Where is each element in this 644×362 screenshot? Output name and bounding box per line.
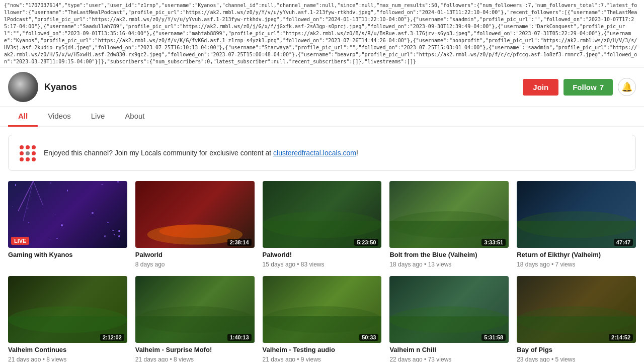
duration-badge-8: 50:33 bbox=[359, 334, 378, 341]
video-meta-4: 18 days ago • 13 views bbox=[389, 261, 509, 268]
tab-about[interactable]: About bbox=[115, 107, 154, 127]
video-title-10: Bay of Pigs bbox=[517, 346, 636, 354]
duration-badge-3: 5:23:50 bbox=[354, 239, 378, 246]
data-bar: {"now":"1707037614","type":"user","user_… bbox=[0, 0, 644, 68]
channel-name: Kyanos bbox=[44, 82, 523, 93]
thumb-overlay-1 bbox=[8, 181, 127, 248]
locals-link[interactable]: clusteredfractal.locals.com bbox=[273, 149, 356, 157]
video-title-5: Return of Eikthyr (Valheim) bbox=[517, 251, 636, 259]
follow-button[interactable]: Follow 7 bbox=[564, 79, 613, 96]
thumb-overlay-5: 47:47 bbox=[517, 181, 636, 248]
video-title-9: Valheim n Chill bbox=[389, 346, 509, 354]
thumb-overlay-10: 2:14:52 bbox=[517, 276, 636, 343]
video-card-2[interactable]: 2:38:14Palworld8 days ago bbox=[135, 181, 255, 268]
duration-badge-6: 2:12:02 bbox=[100, 334, 124, 341]
video-thumbnail-9: 5:31:58 bbox=[389, 276, 509, 343]
duration-badge-10: 2:14:52 bbox=[609, 334, 633, 341]
video-title-8: Valheim - Testing audio bbox=[263, 346, 382, 354]
video-thumbnail-3: 5:23:50 bbox=[263, 181, 382, 248]
video-title-6: Valheim Continues bbox=[8, 346, 127, 354]
thumb-overlay-8: 50:33 bbox=[263, 276, 382, 343]
video-card-1[interactable]: LIVEGaming with Kyanos bbox=[8, 181, 127, 268]
locals-text-suffix: ! bbox=[356, 149, 358, 157]
bell-button[interactable]: 🔔 bbox=[618, 78, 636, 96]
video-title-4: Bolt from the Blue (Valheim) bbox=[389, 251, 509, 259]
main-content: Enjoyed this channel? Join my Locals com… bbox=[0, 127, 644, 362]
video-meta-6: 21 days ago • 8 views bbox=[8, 356, 127, 362]
svg-point-5 bbox=[26, 151, 30, 155]
video-thumbnail-6: 2:12:02 bbox=[8, 276, 127, 343]
video-thumbnail-2: 2:38:14 bbox=[135, 181, 255, 248]
bell-icon: 🔔 bbox=[621, 81, 632, 93]
video-card-8[interactable]: 50:33Valheim - Testing audio21 days ago … bbox=[263, 276, 382, 362]
svg-point-9 bbox=[32, 157, 36, 161]
channel-header: Kyanos Join Follow 7 🔔 bbox=[0, 68, 644, 107]
tab-live[interactable]: Live bbox=[81, 107, 115, 127]
video-thumbnail-10: 2:14:52 bbox=[517, 276, 636, 343]
thumb-overlay-7: 1:40:13 bbox=[135, 276, 255, 343]
avatar bbox=[8, 72, 38, 102]
thumb-overlay-2: 2:38:14 bbox=[135, 181, 255, 248]
data-bar-text: {"now":"1707037614","type":"user","user_… bbox=[4, 3, 637, 64]
video-card-10[interactable]: 2:14:52Bay of Pigs23 days ago • 5 views bbox=[517, 276, 636, 362]
video-meta-5: 18 days ago • 7 views bbox=[517, 261, 636, 268]
locals-banner-text: Enjoyed this channel? Join my Locals com… bbox=[44, 149, 358, 157]
svg-point-7 bbox=[20, 157, 24, 161]
video-meta-7: 21 days ago • 8 views bbox=[135, 356, 255, 362]
video-meta-9: 22 days ago • 73 views bbox=[389, 356, 509, 362]
svg-point-3 bbox=[32, 145, 36, 149]
svg-point-6 bbox=[32, 151, 36, 155]
follow-count: 7 bbox=[600, 83, 604, 92]
duration-badge-5: 47:47 bbox=[614, 239, 633, 246]
video-meta-10: 23 days ago • 5 views bbox=[517, 356, 636, 362]
video-thumbnail-4: 3:33:51 bbox=[389, 181, 509, 248]
video-card-6[interactable]: 2:12:02Valheim Continues21 days ago • 8 … bbox=[8, 276, 127, 362]
locals-text-prefix: Enjoyed this channel? Join my Locals com… bbox=[44, 149, 273, 157]
video-thumbnail-7: 1:40:13 bbox=[135, 276, 255, 343]
duration-badge-7: 1:40:13 bbox=[227, 334, 252, 341]
thumb-overlay-9: 5:31:58 bbox=[389, 276, 509, 343]
duration-badge-4: 3:33:51 bbox=[481, 239, 506, 246]
duration-badge-9: 5:31:58 bbox=[481, 334, 506, 341]
video-card-3[interactable]: 5:23:50Palworld!15 days ago • 83 views bbox=[263, 181, 382, 268]
svg-point-1 bbox=[20, 145, 24, 149]
video-card-5[interactable]: 47:47Return of Eikthyr (Valheim)18 days … bbox=[517, 181, 636, 268]
locals-banner: Enjoyed this channel? Join my Locals com… bbox=[8, 135, 636, 171]
video-card-7[interactable]: 1:40:13Valheim - Surprise Mofo!21 days a… bbox=[135, 276, 255, 362]
video-meta-2: 8 days ago bbox=[135, 261, 255, 268]
video-thumbnail-8: 50:33 bbox=[263, 276, 382, 343]
video-card-4[interactable]: 3:33:51Bolt from the Blue (Valheim)18 da… bbox=[389, 181, 509, 268]
video-title-2: Palworld bbox=[135, 251, 255, 259]
header-actions: Join Follow 7 🔔 bbox=[523, 78, 636, 96]
video-grid-row1: LIVEGaming with Kyanos2:38:14Palworld8 d… bbox=[8, 181, 636, 268]
locals-logo-icon bbox=[17, 142, 38, 163]
tab-all[interactable]: All bbox=[8, 107, 38, 127]
avatar-image bbox=[8, 72, 38, 102]
thumb-overlay-3: 5:23:50 bbox=[263, 181, 382, 248]
video-title-1: Gaming with Kyanos bbox=[8, 251, 127, 259]
video-grid-row2: 2:12:02Valheim Continues21 days ago • 8 … bbox=[8, 276, 636, 362]
tab-videos[interactable]: Videos bbox=[38, 107, 81, 127]
video-meta-8: 21 days ago • 9 views bbox=[263, 356, 382, 362]
svg-point-2 bbox=[26, 145, 30, 149]
video-title-3: Palworld! bbox=[263, 251, 382, 259]
svg-point-8 bbox=[26, 157, 30, 161]
thumb-overlay-4: 3:33:51 bbox=[389, 181, 509, 248]
follow-label: Follow bbox=[573, 83, 597, 92]
video-thumbnail-5: 47:47 bbox=[517, 181, 636, 248]
tabs-bar: All Videos Live About bbox=[0, 107, 644, 127]
video-title-7: Valheim - Surprise Mofo! bbox=[135, 346, 255, 354]
join-button[interactable]: Join bbox=[523, 79, 558, 96]
thumb-overlay-6: 2:12:02 bbox=[8, 276, 127, 343]
video-card-9[interactable]: 5:31:58Valheim n Chill22 days ago • 73 v… bbox=[389, 276, 509, 362]
svg-point-4 bbox=[20, 151, 24, 155]
video-thumbnail-1: LIVE bbox=[8, 181, 127, 248]
video-meta-3: 15 days ago • 83 views bbox=[263, 261, 382, 268]
duration-badge-2: 2:38:14 bbox=[227, 239, 252, 246]
